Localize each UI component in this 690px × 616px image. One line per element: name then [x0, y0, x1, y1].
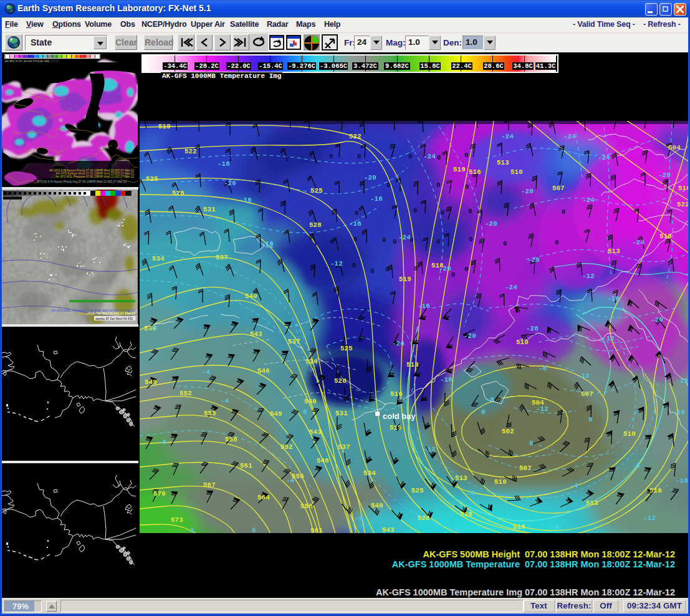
svg-text:-24: -24: [598, 154, 610, 161]
svg-text:513: 513: [455, 474, 467, 482]
svg-text:-8: -8: [451, 527, 460, 533]
svg-text:0: 0: [503, 240, 507, 248]
svg-text:510: 510: [659, 233, 672, 240]
svg-text:540: 540: [304, 398, 317, 405]
svg-text:0: 0: [393, 238, 397, 246]
svg-text:0: 0: [355, 209, 359, 217]
svg-text:-16: -16: [676, 477, 688, 484]
svg-text:-20: -20: [521, 188, 534, 195]
svg-text:537: 537: [338, 443, 350, 451]
svg-text:567: 567: [203, 481, 216, 489]
svg-text:4: 4: [189, 527, 194, 533]
svg-text:525: 525: [146, 175, 158, 183]
svg-text:537: 537: [288, 338, 300, 345]
svg-text:0: 0: [588, 416, 593, 423]
svg-text:0: 0: [252, 527, 256, 533]
svg-text:519: 519: [399, 276, 411, 283]
svg-text:-20: -20: [224, 180, 236, 187]
svg-text:513: 513: [586, 499, 598, 507]
svg-text:534: 534: [305, 358, 318, 365]
svg-text:0: 0: [464, 152, 469, 159]
svg-text:0: 0: [464, 266, 469, 273]
svg-text:-16: -16: [418, 302, 430, 310]
svg-text:0: 0: [555, 239, 559, 246]
svg-text:510: 510: [623, 430, 636, 438]
svg-text:-24: -24: [582, 196, 595, 204]
svg-text:0: 0: [385, 266, 390, 273]
svg-text:516: 516: [390, 390, 403, 398]
svg-text:-24: -24: [423, 153, 436, 160]
svg-text:522: 522: [184, 148, 197, 155]
svg-text:-24: -24: [392, 340, 405, 347]
svg-text:-12: -12: [261, 242, 274, 249]
svg-text:-16: -16: [218, 160, 230, 168]
svg-text:525: 525: [340, 345, 353, 352]
svg-text:-28: -28: [658, 171, 671, 179]
svg-text:-20: -20: [439, 265, 451, 272]
svg-text:0: 0: [357, 153, 362, 160]
svg-text:531: 531: [203, 206, 216, 213]
svg-text:555: 555: [204, 410, 216, 417]
svg-text:534: 534: [363, 469, 376, 477]
svg-text:528: 528: [334, 377, 347, 385]
svg-text:-12: -12: [577, 372, 590, 380]
svg-text:-16: -16: [607, 295, 620, 302]
svg-text:510: 510: [494, 478, 507, 486]
svg-text:519: 519: [453, 166, 466, 173]
svg-text:14.0u Sat Wed 00:00Z 07-Mar-1: 14.0u Sat Wed 00:00Z 07-Mar-12: [87, 311, 135, 315]
svg-text:570: 570: [153, 490, 166, 498]
svg-text:-16: -16: [370, 195, 383, 203]
svg-text:510: 510: [510, 168, 523, 176]
svg-text:-16: -16: [349, 220, 362, 228]
svg-text:alaska IR Sat Wed 09:45Z: alaska IR Sat Wed 09:45Z: [95, 317, 133, 320]
svg-text:516: 516: [469, 168, 481, 176]
svg-text:-28: -28: [526, 325, 539, 332]
svg-text:-12: -12: [423, 446, 436, 453]
svg-text:522: 522: [349, 133, 362, 140]
svg-text:525: 525: [411, 487, 424, 494]
svg-text:-12: -12: [602, 335, 615, 342]
svg-text:-20: -20: [527, 256, 540, 264]
svg-text:-12: -12: [330, 260, 343, 267]
svg-text:-8: -8: [149, 324, 158, 332]
svg-text:507: 507: [581, 390, 593, 398]
svg-text:519: 519: [158, 123, 171, 130]
svg-text:549: 549: [270, 410, 282, 418]
svg-text:-20: -20: [364, 174, 376, 181]
svg-text:0: 0: [352, 262, 357, 269]
svg-text:513: 513: [497, 159, 509, 166]
svg-text:-20: -20: [464, 332, 476, 340]
svg-text:-12: -12: [582, 272, 595, 280]
svg-text:-16: -16: [239, 196, 252, 204]
svg-text:0: 0: [413, 207, 418, 214]
svg-text:540: 540: [371, 502, 383, 509]
svg-text:0: 0: [562, 208, 566, 216]
svg-text:537: 537: [216, 254, 228, 261]
svg-text:507: 507: [552, 185, 565, 192]
svg-text:-24: -24: [505, 284, 517, 291]
svg-text:528: 528: [172, 190, 184, 197]
svg-text:543: 543: [309, 428, 322, 436]
svg-text:528: 528: [309, 221, 322, 229]
svg-text:513: 513: [608, 248, 620, 255]
svg-text:510: 510: [516, 339, 529, 346]
svg-text:-4: -4: [355, 514, 363, 522]
svg-text:0: 0: [465, 183, 469, 191]
svg-text:564: 564: [257, 494, 270, 501]
svg-text:519: 519: [460, 511, 472, 518]
svg-text:534: 534: [152, 255, 165, 262]
svg-text:531: 531: [335, 410, 348, 417]
svg-text:558: 558: [225, 436, 237, 443]
svg-text:552: 552: [180, 390, 192, 397]
svg-text:513: 513: [406, 361, 419, 368]
svg-text:-20: -20: [485, 220, 497, 228]
svg-text:-4: -4: [202, 368, 211, 376]
svg-text:502: 502: [502, 428, 514, 435]
svg-text:0: 0: [386, 181, 391, 189]
svg-text:0: 0: [353, 236, 358, 243]
svg-text:-8: -8: [539, 365, 547, 372]
svg-text:0: 0: [410, 236, 414, 244]
svg-text:-4: -4: [570, 482, 578, 489]
svg-text:549: 549: [145, 378, 157, 386]
svg-text:-8: -8: [551, 524, 560, 531]
